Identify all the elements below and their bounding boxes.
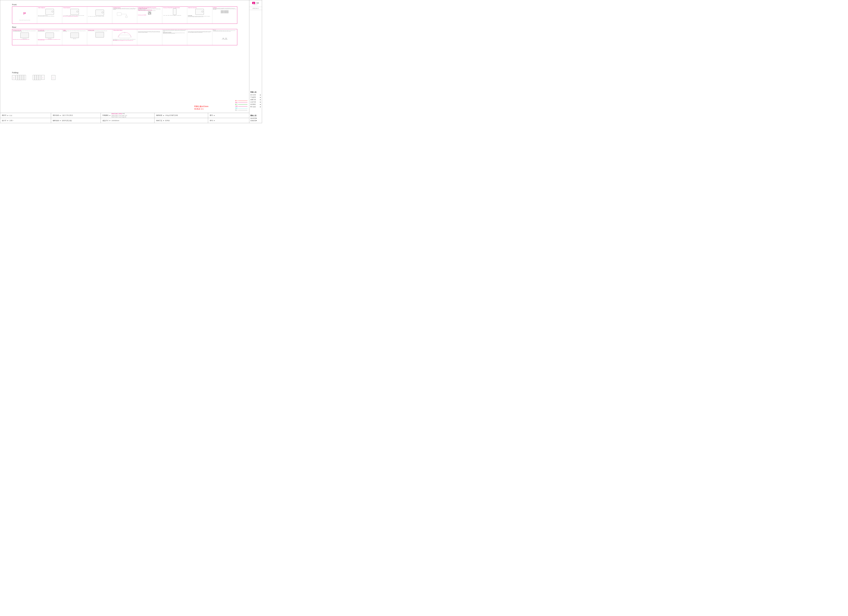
spec-cell: 物料材质▶105g太空梭无光铜: [154, 113, 208, 118]
panel-rear-6: This device complies with Part 15 of the…: [162, 29, 187, 45]
screen-icon: [46, 33, 54, 38]
camera-outline-icon: [46, 9, 54, 15]
panel-front-8: 6.2 Settings Video Resolution: 1920x1080…: [212, 7, 237, 24]
sidebar: yı小蚁 xiaoyi.com 2016-04-12 审核人员 设计主管▶产品经…: [249, 0, 262, 123]
booklet-icon: yı: [12, 75, 15, 80]
spec-sheet: Front: yı YI Smart Dash Camera User's Gu…: [0, 0, 262, 123]
panel-rear-8: RF Exposure This equipment complies with…: [212, 29, 237, 45]
panel-front-5: 4. YI Smart Dash Camera and Mobile Phone…: [137, 7, 162, 24]
panel-rear-7: Changes or modifications not expressly a…: [187, 29, 212, 45]
approval-row: 软件测试▶: [251, 103, 261, 106]
approval-row: 质量工程▶: [251, 98, 261, 101]
panel-rear-0: 6.3 Emergency Recording Press emergency …: [12, 29, 37, 45]
notify-row: 采购经理▶: [251, 120, 261, 122]
wiring-diagram-icon: [113, 31, 136, 39]
camera-outline-icon: [196, 9, 204, 15]
spec-table: 项目号▶C12项目名称▶小蚁 行车记录仪印刷颜色▶PANTONE 1925C+ …: [0, 113, 249, 123]
front-strip: yı YI Smart Dash Camera User's Guide 1. …: [12, 6, 237, 24]
screen-icon: [70, 33, 79, 38]
spec-cell: 印刷颜色▶PANTONE 1925C+ KPANTONE Cool Gray 1…: [101, 113, 154, 118]
settings-grid-icon: [221, 10, 228, 13]
screen-icon: [20, 33, 29, 38]
approval-title: 审核人员: [251, 91, 261, 93]
dieline-legend: 切刀齿线成刀开槽半穿粘合: [235, 100, 248, 111]
booklet-icon: yı: [51, 75, 55, 80]
notify-row: 项目经理▶: [251, 117, 261, 120]
camera-outline-icon: [70, 9, 79, 15]
yi-logo-icon: yı: [13, 12, 36, 15]
charging-diagram-icon: [113, 10, 136, 18]
svg-rect-0: [117, 13, 121, 16]
notify-block: 通知人员 项目经理▶采购经理▶: [251, 114, 261, 123]
spec-cell: 物料名称▶说明书(英文版): [51, 118, 101, 123]
spec-cell: 特种工艺▶风琴折: [154, 118, 208, 123]
approval-row: 产品经理▶: [251, 96, 261, 98]
spec-date: 2016-04-12: [249, 7, 262, 10]
panel-front-4: 3. Charging the Camera 1. Plug the USB c…: [112, 7, 137, 24]
approval-row: 设计主管▶: [251, 94, 261, 96]
spec-cell: 设计于▶古明一: [0, 118, 51, 123]
brand-logo: yı小蚁 xiaoyi.com: [249, 0, 262, 7]
accordion-fold-icon: [16, 75, 26, 80]
svg-rect-1: [126, 16, 127, 18]
tolerance-note: 印刷公差≤0.5mm SCALE 1:1: [194, 105, 208, 110]
rear-strip: 6.3 Emergency Recording Press emergency …: [12, 29, 237, 45]
panel-rear-3: 6.6 Indicator Lights Normal recording: s…: [87, 29, 112, 45]
panel-front-2: 2. Camera Components ① 2.7" TFT LCD Scre…: [62, 7, 87, 24]
rear-label: Rear:: [12, 26, 237, 28]
folding-section: Folding: yı yı yı: [12, 71, 237, 80]
panel-front-7: 6. Basic User's Instructions 6.1 Power O…: [187, 7, 212, 24]
camera-rear-icon: [95, 10, 104, 16]
approval-block: 审核人员 设计主管▶产品经理▶质量工程▶认证工程▶软件测试▶部门总监▶: [251, 91, 261, 108]
panel-rear-5: This product should not be disposed of w…: [137, 29, 162, 45]
spec-cell: 图号▶: [208, 113, 249, 118]
panel-front-1: 1. Basic Configuration USB Car Charger x…: [37, 7, 62, 24]
qr-code-icon: [148, 12, 151, 15]
front-label: Front:: [12, 4, 237, 6]
spec-cell: 料号▶: [208, 118, 249, 123]
svg-rect-2: [119, 35, 130, 38]
spec-cell: 成品尺寸▶100X80mm: [101, 118, 154, 123]
panel-rear-1: 6.4 Loop Recording Loop recording overwr…: [37, 29, 62, 45]
panel-rear-2: 6.5 Album Press Album to enter album. Co…: [62, 29, 87, 45]
screen-icon: [95, 32, 104, 37]
accordion-fold-icon: [33, 75, 41, 80]
approval-row: 部门总监▶: [251, 106, 261, 108]
artwork-area: Front: yı YI Smart Dash Camera User's Gu…: [0, 0, 249, 113]
spec-cell: 项目号▶C12: [0, 113, 51, 118]
panel-front-3: ① Mic ② Reset ③ Lens ④ Mount interface ⑤…: [87, 7, 112, 24]
spec-cell: 项目名称▶小蚁 行车记录仪: [51, 113, 101, 118]
booklet-icon: yı: [41, 75, 44, 80]
approval-row: 认证工程▶: [251, 101, 261, 103]
notify-title: 通知人员: [251, 114, 261, 117]
folding-label: Folding:: [12, 71, 237, 74]
panel-front-0: yı YI Smart Dash Camera User's Guide: [12, 7, 37, 24]
panel-rear-4: 7. Wiring Installation Diagram Route the…: [112, 29, 137, 45]
panel-front-6: 5. Overview of YI Smart Dash Camera App …: [162, 7, 187, 24]
phone-outline-icon: [173, 9, 176, 15]
yi-badge-icon: yı: [252, 2, 255, 4]
